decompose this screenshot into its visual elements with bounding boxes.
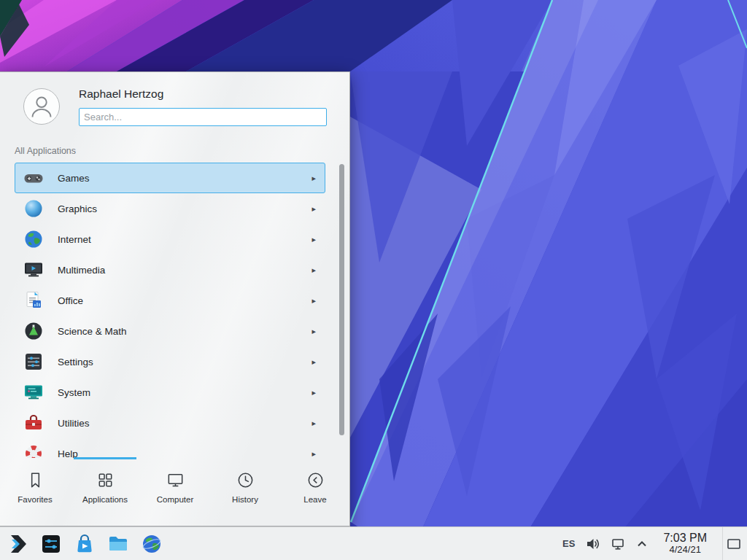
show-desktop-button[interactable] [722, 527, 744, 560]
keyboard-layout-indicator[interactable]: ES [562, 538, 575, 549]
help-icon [23, 443, 44, 458]
tab-label: Favorites [18, 495, 52, 504]
submenu-arrow-icon: ▸ [311, 204, 316, 214]
application-launcher-menu: Raphael Hertzog All Applications Game [0, 71, 350, 526]
favorites-bookmark-icon [26, 470, 45, 490]
file-manager-icon[interactable] [107, 532, 130, 556]
search-input[interactable] [79, 108, 327, 126]
tab-computer[interactable]: Computer [140, 459, 210, 527]
category-label: Graphics [58, 203, 97, 214]
category-label: Office [58, 295, 83, 306]
volume-icon[interactable] [586, 537, 600, 551]
tab-label: Computer [157, 495, 194, 504]
multimedia-icon [23, 259, 44, 281]
computer-monitor-icon [166, 470, 185, 490]
submenu-arrow-icon: ▸ [311, 296, 316, 306]
category-label: System [58, 387, 90, 398]
submenu-arrow-icon: ▸ [311, 265, 316, 275]
submenu-arrow-icon: ▸ [311, 449, 316, 459]
show-desktop-icon [727, 538, 741, 550]
clock-time: 7:03 PM [663, 532, 707, 545]
applications-grid-icon [96, 470, 115, 490]
category-label: Games [58, 173, 90, 184]
tab-label: History [232, 495, 258, 504]
category-row-settings[interactable]: Settings ▸ [15, 346, 325, 377]
discover-icon[interactable] [73, 532, 96, 556]
submenu-arrow-icon: ▸ [311, 235, 316, 244]
category-row-science-math[interactable]: Science & Math ▸ [15, 316, 325, 346]
category-label: Help [58, 448, 78, 459]
utilities-icon [23, 412, 44, 434]
tab-favorites[interactable]: Favorites [0, 459, 70, 527]
expand-tray-icon[interactable] [636, 540, 648, 548]
graphics-icon [23, 198, 44, 219]
category-label: Science & Math [58, 326, 127, 337]
category-row-utilities[interactable]: Utilities ▸ [15, 408, 325, 438]
leave-logout-icon [306, 470, 325, 490]
category-row-internet[interactable]: Internet ▸ [15, 224, 325, 254]
office-icon [23, 289, 44, 311]
tab-history[interactable]: History [210, 459, 280, 527]
system-tray: ES 7:03 [562, 527, 747, 560]
system-icon [23, 381, 44, 403]
category-label: Utilities [58, 418, 90, 429]
user-name: Raphael Hertzog [79, 88, 163, 101]
category-label: Internet [58, 234, 91, 245]
settings-icon [23, 351, 44, 373]
history-clock-icon [236, 470, 255, 490]
submenu-arrow-icon: ▸ [311, 419, 316, 428]
category-row-multimedia[interactable]: Multimedia ▸ [15, 254, 325, 285]
system-settings-icon[interactable] [39, 532, 63, 556]
taskbar: ES 7:03 [0, 526, 747, 560]
category-row-help[interactable]: Help ▸ [15, 438, 325, 458]
games-icon [23, 167, 44, 189]
kde-launcher-icon[interactable] [6, 532, 29, 556]
user-icon [24, 89, 59, 124]
category-row-games[interactable]: Games ▸ [15, 163, 325, 193]
submenu-arrow-icon: ▸ [311, 327, 316, 336]
app-category-list: Games ▸ G [0, 163, 350, 458]
avatar[interactable] [23, 88, 60, 125]
web-browser-icon[interactable] [140, 532, 163, 556]
clock-date: 4/24/21 [670, 545, 701, 556]
digital-clock[interactable]: 7:03 PM 4/24/21 [663, 532, 707, 556]
category-label: Multimedia [58, 265, 105, 276]
internet-icon [23, 228, 44, 250]
submenu-arrow-icon: ▸ [311, 388, 316, 397]
network-icon[interactable] [611, 537, 625, 551]
science-math-icon [23, 320, 44, 342]
category-row-system[interactable]: System ▸ [15, 377, 325, 408]
category-label: Settings [58, 357, 93, 368]
submenu-arrow-icon: ▸ [311, 357, 316, 367]
category-row-graphics[interactable]: Graphics ▸ [15, 193, 325, 224]
tab-leave[interactable]: Leave [280, 459, 350, 527]
category-row-office[interactable]: Office ▸ [15, 285, 325, 316]
desktop: Raphael Hertzog All Applications Game [0, 0, 747, 560]
tab-applications[interactable]: Applications [70, 459, 140, 527]
taskbar-left [0, 532, 163, 556]
tab-bar: Favorites Applications [0, 459, 350, 527]
tab-label: Applications [82, 495, 128, 504]
scrollbar[interactable] [339, 164, 344, 435]
section-label: All Applications [15, 146, 76, 156]
submenu-arrow-icon: ▸ [311, 174, 316, 183]
tab-label: Leave [303, 495, 326, 504]
